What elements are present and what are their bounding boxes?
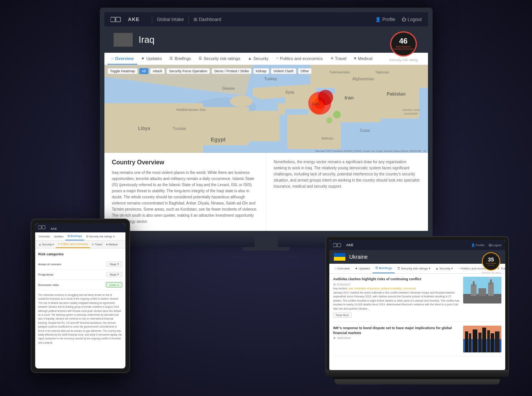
svg-rect-11 (249, 111, 280, 141)
svg-text:Iran: Iran (345, 95, 354, 101)
briefings-icon: ☰ (169, 56, 173, 60)
svg-text:Egypt: Egypt (211, 136, 226, 143)
svg-rect-41 (38, 226, 41, 229)
laptop-base (325, 371, 509, 377)
dashboard-link[interactable]: ⊞ Dashboard (194, 17, 221, 22)
tablet-tab-overview[interactable]: Overview (37, 232, 52, 240)
tab-medical[interactable]: ♥ Medical (350, 53, 376, 65)
laptop-tab-security-risk[interactable]: ☰ Security risk ratings ▾ (395, 264, 433, 273)
laptop-profile[interactable]: 👤 Profile (471, 243, 485, 247)
laptop-nav-right: 👤 Profile ⏻ Logout (471, 243, 501, 247)
security-force-btn[interactable]: Security Force Operation (166, 68, 210, 74)
calendar-icon-2: 🗓 (333, 337, 336, 339)
tab-security[interactable]: ▲ Security (244, 53, 272, 65)
read-areas-btn[interactable]: Read ▾ (106, 261, 122, 267)
risk-category-projections: Projections Read ▾ (38, 269, 122, 280)
person-icon-laptop: 👤 (471, 243, 475, 247)
risk-number: 46 (399, 37, 407, 45)
tab-politics[interactable]: ~ Politics and economics (272, 53, 327, 65)
tablet-subtab-security[interactable]: ▲ Security ▾ (37, 241, 56, 248)
article-1-image (463, 277, 501, 303)
map-container[interactable]: Libya Tunisia Egypt Mediterranean Sea Gr… (104, 65, 428, 153)
country-title: Iraq (139, 34, 155, 45)
laptop-logout[interactable]: ⏻ Logout (488, 243, 501, 247)
logo-text: AKE (128, 16, 140, 22)
attack-btn[interactable]: Attack (150, 68, 165, 74)
other-btn[interactable]: Other (298, 68, 312, 74)
svg-rect-59 (478, 333, 482, 352)
monitor-neck (255, 235, 278, 247)
laptop-screen: AKE 👤 Profile ⏻ Logout (329, 240, 505, 370)
content-col-left: Country Overview Iraq remains one of the… (104, 153, 266, 231)
tablet-tab-briefings[interactable]: ☰ Briefings (65, 232, 84, 240)
monitor-tabs: ○ Overview ★ Updates ☰ Briefings ☰ Secur… (104, 53, 428, 65)
star-icon: ★ (141, 56, 145, 60)
tablet-subtab-politics[interactable]: ✦ Politics and economics (56, 241, 90, 248)
risk-cat-areas-label: Areas of concern (38, 263, 61, 266)
tablet-subtab-medical[interactable]: ♥ Medical (104, 241, 119, 248)
svg-rect-56 (465, 331, 468, 352)
tab-travel[interactable]: ✈ Travel (327, 53, 350, 65)
laptop-tab-overview[interactable]: ○ Overview (332, 264, 352, 273)
laptop-tab-briefings[interactable]: ☰ Briefings (373, 264, 395, 273)
security-icon: ▲ (248, 56, 252, 60)
tablet-tab-updates[interactable]: Updates (52, 232, 65, 240)
tablet-logo: AKE (38, 225, 57, 230)
svg-text:Turkey: Turkey (264, 76, 277, 81)
svg-text:Pakistan: Pakistan (387, 91, 405, 97)
content-text-right: Nonetheless, the energy sector remains a… (274, 159, 420, 190)
scene: AKE Global Intake ⊞ Dashboard 👤 Profile … (0, 0, 532, 396)
read-more-btn-1[interactable]: Read More (333, 313, 352, 318)
tablet-navbar: AKE (35, 223, 125, 232)
read-projections-btn[interactable]: Read ▾ (106, 272, 122, 277)
article-2-content: IMF's response to bond dispute set to ha… (333, 326, 460, 352)
svg-text:Tunisia: Tunisia (172, 126, 186, 131)
toggle-heatmap-btn[interactable]: Toggle Heatmap (107, 68, 138, 74)
violent-clash-btn[interactable]: Violent Clash (271, 68, 296, 74)
tab-updates[interactable]: ★ Updates (137, 53, 166, 65)
tablet-screen: AKE Overview Updates ☰ Briefings ☰ Secur… (35, 223, 125, 368)
tab-overview[interactable]: ○ Overview (107, 53, 138, 65)
article-2-image (463, 326, 501, 352)
medical-icon: ♥ (354, 56, 356, 60)
monitor-base (243, 247, 289, 251)
politics-icon: ~ (276, 56, 278, 60)
svg-text:Mediterranean Sea: Mediterranean Sea (176, 108, 206, 112)
svg-text:JAMMU AND: JAMMU AND (402, 108, 420, 112)
svg-rect-10 (287, 115, 341, 149)
tablet-subtab-travel[interactable]: ✈ Travel (90, 241, 104, 248)
laptop-risk-circle: 35 Some Security Concerns (482, 252, 500, 271)
svg-text:Turkmenistan: Turkmenistan (329, 70, 350, 74)
risk-circle: 46 Highly Dangerous Operating Environmen… (390, 31, 417, 57)
global-intake-link[interactable]: Global Intake (157, 17, 184, 22)
laptop-tab-updates[interactable]: ★ Updates (352, 264, 373, 273)
laptop-risk-badge: 35 Some Security Concerns Security risk … (482, 252, 501, 274)
laptop-tab-security[interactable]: ▲ Security ▾ (433, 264, 456, 273)
article-1-tags: Key sectors: war; frustration of process… (333, 287, 460, 290)
laptop-screen-container: AKE 👤 Profile ⏻ Logout (325, 236, 509, 371)
profile-nav[interactable]: 👤 Profile (375, 17, 395, 22)
svg-rect-42 (42, 226, 45, 229)
laptop-risk-number: 35 (488, 257, 494, 262)
demo-btn[interactable]: Demo / Protest / Strike (211, 68, 252, 74)
laptop-article-1: Avdiivka clashes highlight risks of cont… (333, 277, 501, 322)
logout-nav[interactable]: ⏻ Logout (402, 17, 422, 22)
risk-text-below: Security risk rating (389, 58, 417, 62)
svg-text:Syria: Syria (285, 90, 294, 94)
tab-briefings[interactable]: ☰ Briefings (166, 53, 195, 65)
logo-icon (111, 16, 126, 23)
all-btn[interactable]: All (139, 68, 148, 74)
tablet-tab-security-risk[interactable]: ☰ Security risk ratings ▾ (84, 232, 117, 240)
svg-rect-58 (473, 329, 477, 352)
security-risk-icon: ☰ (198, 56, 202, 60)
svg-text:Dubai: Dubai (360, 128, 370, 133)
grid-icon: ⊞ (194, 17, 197, 22)
tab-security-risk[interactable]: ☰ Security risk ratings (195, 53, 244, 65)
svg-rect-57 (469, 333, 471, 352)
laptop-hero: Ukraine 35 Some Security Concerns Securi… (329, 250, 505, 264)
map-toolbar: Toggle Heatmap All Attack Security Force… (107, 68, 312, 74)
svg-rect-63 (495, 331, 499, 352)
kidnap-btn[interactable]: Kidnap (253, 68, 269, 74)
close-economic-btn[interactable]: Close ▴ (106, 282, 122, 287)
svg-text:Libya: Libya (138, 126, 150, 131)
